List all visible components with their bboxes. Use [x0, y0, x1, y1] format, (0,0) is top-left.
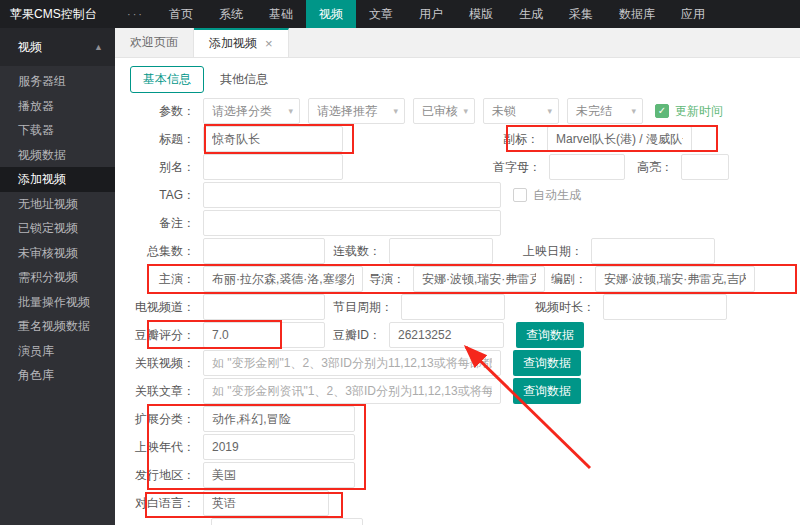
topnav-database[interactable]: 数据库 — [606, 0, 668, 28]
category-select[interactable]: 请选择分类 ▾ — [203, 98, 300, 124]
tab-welcome-page[interactable]: 欢迎页面 — [115, 28, 194, 57]
topnav-basic[interactable]: 基础 — [256, 0, 306, 28]
auto-generate-label: 自动生成 — [533, 187, 581, 204]
highlight-input[interactable] — [681, 154, 729, 180]
alias-input[interactable] — [203, 154, 343, 180]
topnav-home[interactable]: 首页 — [156, 0, 206, 28]
serialize-select[interactable]: 未完结 ▾ — [567, 98, 643, 124]
tab-basic-info[interactable]: 基本信息 — [130, 66, 204, 93]
douban-score-input[interactable] — [203, 322, 325, 348]
language-input[interactable] — [203, 490, 329, 516]
duration-input[interactable] — [603, 294, 727, 320]
sidebar: 视频 ▲ 服务器组 播放器 下载器 视频数据 添加视频 无地址视频 已锁定视频 … — [0, 28, 115, 525]
program-cycle-input[interactable] — [401, 294, 505, 320]
topnav-generate[interactable]: 生成 — [506, 0, 556, 28]
topbar: 苹果CMS控制台 ··· 首页 系统 基础 视频 文章 用户 模版 生成 采集 … — [0, 0, 800, 28]
sidebar-item-unaudited[interactable]: 未审核视频 — [0, 241, 115, 266]
auto-generate-checkbox[interactable] — [513, 188, 527, 202]
update-time-checkbox[interactable]: ✓ — [655, 104, 669, 118]
tab-add-video-label: 添加视频 — [209, 35, 257, 52]
topnav-user[interactable]: 用户 — [406, 0, 456, 28]
release-date-input[interactable] — [591, 238, 715, 264]
total-episodes-label: 总集数： — [115, 243, 203, 260]
ext-category-label: 扩展分类： — [115, 411, 203, 428]
form-row-region: 发行地区： — [115, 462, 800, 488]
year-label: 上映年代： — [115, 439, 203, 456]
tag-input[interactable] — [203, 182, 501, 208]
tab-other-info[interactable]: 其他信息 — [220, 71, 268, 88]
language-label: 对白语言： — [115, 495, 203, 512]
sidebar-item-server-group[interactable]: 服务器组 — [0, 69, 115, 94]
tab-welcome-label: 欢迎页面 — [130, 34, 178, 51]
sidebar-item-points[interactable]: 需积分视频 — [0, 265, 115, 290]
tab-add-video[interactable]: 添加视频 × — [194, 28, 289, 57]
sidebar-item-add-video[interactable]: 添加视频 — [0, 167, 115, 192]
serial-count-label: 连载数： — [333, 243, 389, 260]
year-input[interactable] — [203, 434, 355, 460]
more-menu-icon[interactable]: ··· — [115, 0, 156, 28]
topnav-collect[interactable]: 采集 — [556, 0, 606, 28]
remark-input[interactable] — [203, 210, 501, 236]
form-row-year: 上映年代： — [115, 434, 800, 460]
screen: 苹果CMS控制台 ··· 首页 系统 基础 视频 文章 用户 模版 生成 采集 … — [0, 0, 800, 525]
subtitle-label: 副标： — [503, 131, 547, 148]
form-row-title: 标题： 副标： — [115, 126, 800, 152]
sidebar-item-actor-lib[interactable]: 演员库 — [0, 339, 115, 364]
recommend-select-value: 请选择推荐 — [317, 103, 377, 120]
topnav-system[interactable]: 系统 — [206, 0, 256, 28]
actors-input[interactable] — [203, 266, 363, 292]
sidebar-item-batch[interactable]: 批量操作视频 — [0, 290, 115, 315]
sidebar-item-downloader[interactable]: 下载器 — [0, 118, 115, 143]
tv-channel-input[interactable] — [203, 294, 325, 320]
sidebar-item-role-lib[interactable]: 角色库 — [0, 363, 115, 388]
topnav-article[interactable]: 文章 — [356, 0, 406, 28]
sidebar-item-player[interactable]: 播放器 — [0, 94, 115, 119]
douban-query-button[interactable]: 查询数据 — [516, 322, 584, 348]
add-video-form: 参数： 请选择分类 ▾ 请选择推荐 ▾ 已审核 ▾ 未锁 — [115, 98, 800, 525]
topnav-template[interactable]: 模版 — [456, 0, 506, 28]
related-video-query-button[interactable]: 查询数据 — [513, 350, 581, 376]
related-article-query-button[interactable]: 查询数据 — [513, 378, 581, 404]
tv-channel-label: 电视频道： — [115, 299, 203, 316]
sidebar-item-locked[interactable]: 已锁定视频 — [0, 216, 115, 241]
sidebar-menu: 服务器组 播放器 下载器 视频数据 添加视频 无地址视频 已锁定视频 未审核视频… — [0, 66, 115, 388]
chevron-down-icon: ▾ — [288, 106, 293, 116]
form-row-cast: 主演： 导演： 编剧： — [115, 266, 800, 292]
writer-input[interactable] — [595, 266, 755, 292]
topnav-app[interactable]: 应用 — [668, 0, 718, 28]
subtitle-input[interactable] — [547, 126, 692, 152]
audit-select[interactable]: 已审核 ▾ — [413, 98, 475, 124]
form-row-douban: 豆瓣评分： 豆瓣ID： 查询数据 — [115, 322, 800, 348]
category-select-value: 请选择分类 — [212, 103, 272, 120]
release-date-label: 上映日期： — [523, 243, 591, 260]
sidebar-item-video-data[interactable]: 视频数据 — [0, 143, 115, 168]
related-article-label: 关联文章： — [115, 383, 203, 400]
topnav-video[interactable]: 视频 — [306, 0, 356, 28]
params-label: 参数： — [115, 103, 203, 120]
region-input[interactable] — [203, 462, 355, 488]
title-input[interactable] — [203, 126, 343, 152]
region-label: 发行地区： — [115, 467, 203, 484]
lock-select[interactable]: 未锁 ▾ — [483, 98, 559, 124]
sidebar-item-duplicate[interactable]: 重名视频数据 — [0, 314, 115, 339]
sidebar-item-no-address[interactable]: 无地址视频 — [0, 192, 115, 217]
related-video-input[interactable] — [203, 350, 501, 376]
serial-count-input[interactable] — [389, 238, 493, 264]
partial-next-input[interactable] — [211, 518, 363, 525]
total-episodes-input[interactable] — [203, 238, 325, 264]
writer-label: 编剧： — [551, 271, 595, 288]
highlight-label: 高亮： — [637, 159, 681, 176]
initial-input[interactable] — [549, 154, 625, 180]
ext-category-input[interactable] — [203, 406, 355, 432]
lock-select-value: 未锁 — [492, 103, 516, 120]
douban-id-input[interactable] — [389, 322, 504, 348]
form-row-partial — [115, 518, 800, 525]
related-article-input[interactable] — [203, 378, 501, 404]
close-icon[interactable]: × — [265, 36, 273, 51]
form-row-related-video: 关联视频： 查询数据 — [115, 350, 800, 376]
form-row-ext-category: 扩展分类： — [115, 406, 800, 432]
director-input[interactable] — [413, 266, 545, 292]
sidebar-section-video[interactable]: 视频 ▲ — [0, 28, 115, 66]
form-row-alias: 别名： 首字母： 高亮： — [115, 154, 800, 180]
recommend-select[interactable]: 请选择推荐 ▾ — [308, 98, 405, 124]
